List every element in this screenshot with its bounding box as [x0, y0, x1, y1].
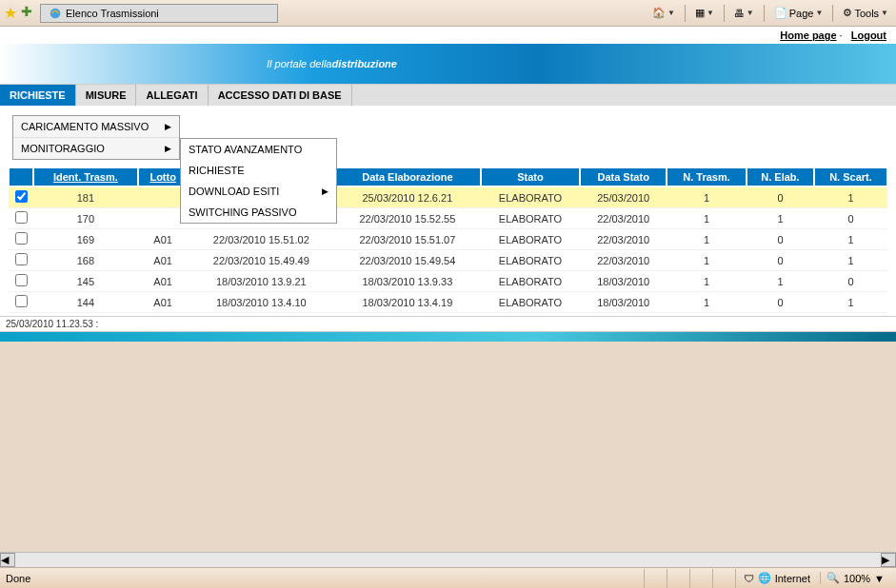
logout-link[interactable]: Logout: [851, 29, 886, 41]
cell-nt: 1: [667, 229, 747, 250]
browser-toolbar: ★ ✚ Elenco Trasmissioni 🏠▼ ▦▼ 🖶▼ 📄Page▼ …: [0, 0, 896, 27]
chevron-right-icon: ▶: [165, 144, 171, 153]
caret-down-icon: ▼: [874, 573, 885, 584]
print-button[interactable]: 🖶▼: [730, 6, 758, 21]
table-row[interactable]: 168A0122/03/2010 15.49.4922/03/2010 15.4…: [9, 250, 887, 271]
scroll-left-button[interactable]: ◀: [0, 553, 15, 567]
col-elaborazione: Data Elaborazione: [334, 167, 481, 186]
ie-icon: [49, 7, 62, 20]
cell-elab: 22/03/2010 15.49.54: [334, 250, 481, 271]
add-favorite-icon[interactable]: ✚: [21, 4, 32, 22]
row-checkbox[interactable]: [15, 232, 28, 245]
cell-nt: 1: [667, 250, 747, 271]
magnifier-icon: 🔍: [826, 572, 840, 584]
cell-tipo: A01: [138, 250, 189, 271]
cell-stato: ELABORATO: [481, 208, 581, 229]
cell-dstato: 18/03/2010: [580, 292, 667, 313]
favorites-star-icon[interactable]: ★: [4, 4, 17, 22]
cell-ne: 0: [747, 250, 814, 271]
cell-nt: 1: [667, 313, 747, 317]
table-row[interactable]: 169A0122/03/2010 15.51.0222/03/2010 15.5…: [9, 229, 887, 250]
row-checkbox[interactable]: [15, 295, 28, 307]
cell-ns: 1: [814, 229, 887, 250]
svg-point-0: [50, 8, 61, 18]
table-row[interactable]: 144A0118/03/2010 13.4.1018/03/2010 13.4.…: [9, 292, 887, 313]
globe-icon: 🌐: [758, 572, 771, 584]
submenu-richieste[interactable]: RICHIESTE: [181, 160, 336, 181]
feeds-button[interactable]: ▦▼: [691, 5, 718, 21]
col-n-trasm: N. Trasm.: [667, 167, 747, 186]
submenu-level2: STATO AVANZAMENTO RICHIESTE DOWNLOAD ESI…: [180, 138, 337, 224]
col-ident: Ident. Trasm.: [33, 167, 138, 186]
row-checkbox[interactable]: [15, 274, 28, 286]
row-checkbox[interactable]: [15, 253, 28, 265]
tools-menu[interactable]: ⚙Tools▼: [839, 5, 892, 21]
cell-stato: ELABORATO: [481, 250, 581, 271]
table-row[interactable]: 18103/2010 12.4.4225/03/2010 12.6.21ELAB…: [9, 186, 887, 208]
cell-trasm: 22/03/2010 15.51.02: [189, 229, 335, 250]
cell-ns: 1: [814, 250, 887, 271]
banner-bold: distribuzione: [332, 58, 397, 69]
cell-dstato: 18/03/2010: [580, 271, 667, 292]
page-menu[interactable]: 📄Page▼: [770, 5, 827, 21]
chevron-right-icon: ▶: [165, 122, 171, 131]
cell-id: 143: [33, 313, 138, 317]
cell-ns: 1: [814, 292, 887, 313]
submenu-stato-avanzamento[interactable]: STATO AVANZAMENTO: [181, 139, 336, 160]
home-button[interactable]: 🏠▼: [648, 5, 679, 21]
cell-dstato: 22/03/2010: [580, 229, 667, 250]
cell-ns: 1: [814, 186, 887, 208]
cell-ns: 1: [814, 313, 887, 317]
cell-elab: 22/03/2010 15.51.07: [334, 229, 481, 250]
cell-trasm: 18/03/2010 13.9.21: [189, 271, 335, 292]
row-checkbox[interactable]: [15, 211, 28, 224]
col-stato: Stato: [481, 167, 581, 186]
table-header-row: Ident. Trasm. Lotto a Trasmissione Data …: [9, 167, 887, 186]
browser-tab[interactable]: Elenco Trasmissioni: [40, 4, 278, 23]
nav-misure[interactable]: MISURE: [76, 85, 137, 106]
scroll-right-button[interactable]: ▶: [881, 553, 896, 567]
cell-id: 169: [33, 229, 138, 250]
cell-trasm: 18/03/2010 12.57.43: [189, 313, 335, 317]
cell-stato: ELABORATO: [481, 271, 581, 292]
banner: Il portale della distribuzione: [0, 44, 896, 84]
cell-id: 168: [33, 250, 138, 271]
cell-ns: 0: [814, 271, 887, 292]
row-checkbox[interactable]: [15, 190, 28, 203]
submenu-monitoraggio[interactable]: MONITORAGGIO▶: [13, 138, 179, 159]
security-zone: 🛡 🌐 Internet: [735, 569, 818, 588]
horizontal-scrollbar[interactable]: ◀ ▶: [0, 552, 896, 567]
cell-ne: 1: [747, 208, 814, 229]
cell-tipo: A01: [138, 271, 189, 292]
transmissions-table: Ident. Trasm. Lotto a Trasmissione Data …: [8, 167, 888, 316]
nav-accesso[interactable]: ACCESSO DATI DI BASE: [209, 85, 352, 106]
submenu-download-esiti[interactable]: DOWNLOAD ESITI▶: [181, 181, 336, 202]
table-row[interactable]: 145A0118/03/2010 13.9.2118/03/2010 13.9.…: [9, 271, 887, 292]
cell-dstato: 18/03/2010: [580, 313, 667, 317]
cell-elab: 18/03/2010 13.9.33: [334, 271, 481, 292]
cell-ne: 0: [747, 229, 814, 250]
status-timestamp: 25/03/2010 11.23.53 :: [0, 316, 896, 332]
decorative-bar: [0, 332, 896, 342]
cell-ns: 0: [814, 208, 887, 229]
nav-allegati[interactable]: ALLEGATI: [136, 85, 208, 106]
cell-trasm: 18/03/2010 13.4.10: [189, 292, 335, 313]
cell-tipo: A01: [138, 229, 189, 250]
cell-id: 145: [33, 271, 138, 292]
submenu-caricamento[interactable]: CARICAMENTO MASSIVO▶: [13, 116, 179, 138]
submenu-level1: CARICAMENTO MASSIVO▶ MONITORAGGIO▶: [12, 115, 180, 160]
home-link[interactable]: Home page: [780, 29, 836, 41]
cell-stato: ELABORATO: [481, 186, 581, 208]
chevron-right-icon: ▶: [322, 186, 329, 196]
cell-ne: 1: [747, 271, 814, 292]
zoom-control[interactable]: 🔍 100% ▼: [820, 572, 890, 584]
cell-elab: 18/03/2010 13.4.19: [334, 292, 481, 313]
col-n-elab: N. Elab.: [747, 167, 814, 186]
table-row[interactable]: 143A0118/03/2010 12.57.4318/03/2010 12.5…: [9, 313, 887, 317]
nav-richieste[interactable]: RICHIESTE: [0, 85, 76, 106]
table-row[interactable]: 17003/2010 15.52.4722/03/2010 15.52.55EL…: [9, 208, 887, 229]
top-links: Home page · Logout: [0, 27, 896, 44]
col-n-scart: N. Scart.: [814, 167, 887, 186]
cell-nt: 1: [667, 208, 747, 229]
submenu-switching-passivo[interactable]: SWITCHING PASSIVO: [181, 202, 336, 223]
